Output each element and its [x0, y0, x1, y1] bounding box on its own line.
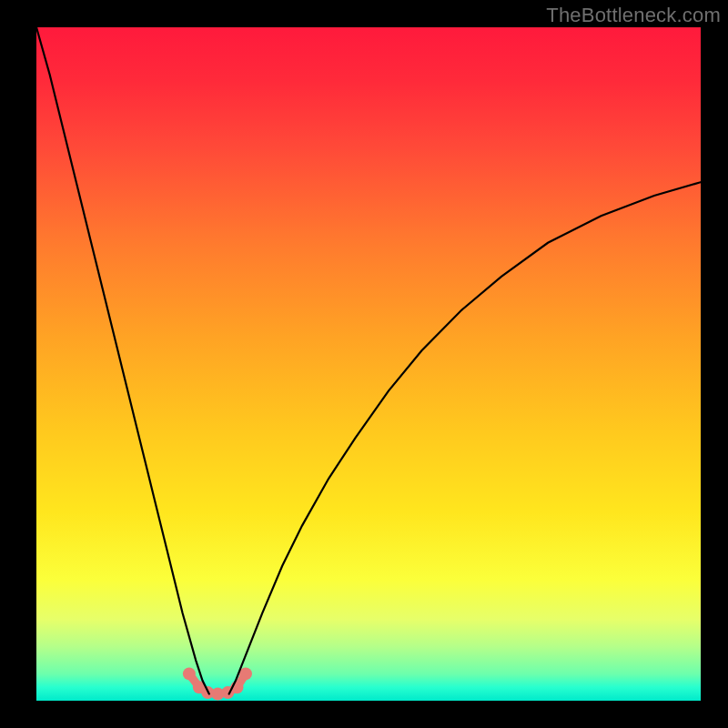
watermark-label: TheBottleneck.com — [546, 4, 721, 27]
chart-svg — [36, 27, 701, 701]
chart-frame: TheBottleneck.com — [0, 0, 728, 728]
curve-right-branch — [229, 182, 701, 693]
curve-left-branch — [36, 27, 209, 694]
chart-plot-area — [36, 27, 701, 701]
valley-marker-dot — [183, 667, 196, 680]
valley-marker-dot — [239, 667, 252, 680]
